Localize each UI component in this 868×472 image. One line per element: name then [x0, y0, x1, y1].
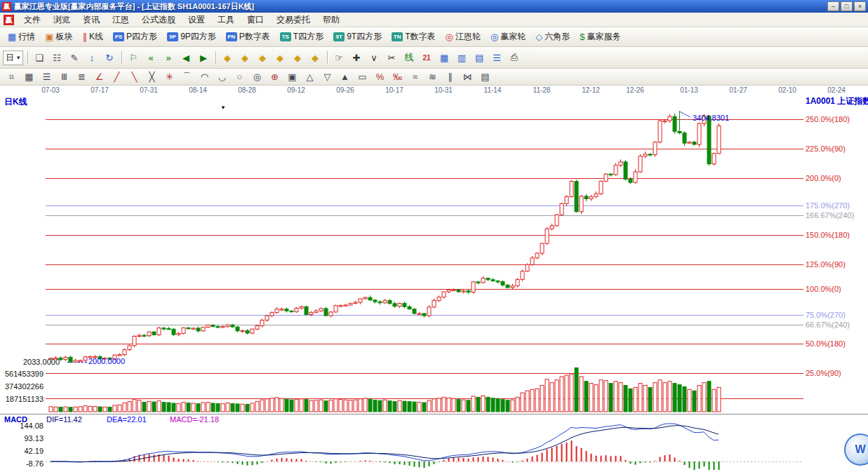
gann-fan-down-tool-button[interactable]: ╲ — [126, 70, 142, 84]
winner-service-label: 赢家服务 — [587, 31, 620, 43]
p-square-button[interactable]: PSP四方形 — [108, 29, 162, 45]
menu-tools[interactable]: 工具 — [211, 13, 241, 27]
horizontal-lines-tool-button[interactable]: ☰ — [39, 70, 55, 84]
triangle-tool-button[interactable]: △ — [302, 70, 318, 84]
vertical-lines-tool-button[interactable]: Ⅲ — [56, 70, 72, 84]
date-tick-10-17: 10-17 — [382, 86, 407, 94]
arc-tool-button[interactable]: ⌒ — [179, 70, 195, 84]
gann-diamond-6-button[interactable]: ◆ — [307, 50, 323, 65]
app-icon: 赢 — [2, 2, 11, 11]
tool-21-button[interactable]: 21 — [419, 50, 435, 65]
next-bar-button[interactable]: ▶ — [196, 50, 212, 65]
menu-gann[interactable]: 江恩 — [106, 13, 135, 27]
inverted-triangle-tool-button[interactable]: ▽ — [319, 70, 335, 84]
sectors-button[interactable]: ▣板块 — [40, 29, 77, 45]
gann-fan-up-tool-button[interactable]: ╱ — [109, 70, 125, 84]
rows-view-button[interactable]: ☰ — [489, 50, 505, 65]
page-view-button[interactable]: ▤ — [472, 50, 488, 65]
p-number-table-button[interactable]: PNP数字表 — [221, 29, 275, 45]
macd-axis-label-3: -8.76 — [1, 459, 44, 468]
winner-wheel-button[interactable]: ◎赢家轮 — [486, 29, 530, 45]
prev-bar-button[interactable]: ◀ — [178, 50, 194, 65]
winner-service-button[interactable]: $赢家服务 — [575, 29, 625, 45]
gann-wheel-button[interactable]: ◎江恩轮 — [441, 29, 486, 45]
panel-view-button[interactable]: ▥ — [454, 50, 470, 65]
hexagon-button[interactable]: ◇六角形 — [530, 29, 575, 45]
annotate-button[interactable]: ✎ — [67, 50, 83, 65]
last-page-button[interactable]: » — [161, 50, 177, 65]
date-tick-01-13: 01-13 — [676, 86, 702, 94]
hexagon-label: 六角形 — [545, 31, 570, 43]
macd-axis-label-0: 144.08 — [1, 422, 44, 430]
hexagon-icon: ◇ — [535, 32, 542, 42]
first-page-button[interactable]: « — [143, 50, 159, 65]
lower-arc-tool-button[interactable]: ◡ — [214, 70, 230, 84]
cross-lines-tool-button[interactable]: ╳ — [144, 70, 160, 84]
gann-grid-tool-button[interactable]: ⌗ — [4, 70, 20, 84]
rectangle-tool-button[interactable]: ▭ — [354, 70, 370, 84]
window-style-button[interactable]: ❏ — [32, 50, 48, 65]
9p-square-label: 9P四方形 — [180, 31, 216, 43]
gann-diamond-2-button[interactable]: ◆ — [237, 50, 253, 65]
crosshair-button[interactable]: ✚ — [349, 50, 365, 65]
menu-window[interactable]: 窗口 — [241, 13, 270, 27]
t-number-table-button[interactable]: TNT数字表 — [387, 29, 440, 45]
gann-diamond-3-button[interactable]: ◆ — [255, 50, 271, 65]
quotes-button[interactable]: ▦行情 — [3, 29, 40, 45]
maximize-button[interactable]: □ — [841, 1, 853, 11]
quotes-icon: ▦ — [8, 32, 16, 42]
menu-news[interactable]: 资讯 — [76, 13, 106, 27]
permille-tool-button[interactable]: ‰ — [389, 70, 406, 84]
cycle-tool-button[interactable]: ⊕ — [267, 70, 283, 84]
minimize-button[interactable]: – — [827, 1, 839, 11]
ruler-tool-button[interactable]: ▤ — [477, 70, 493, 84]
board-view-button[interactable]: ▦ — [436, 50, 453, 65]
menu-browse[interactable]: 浏览 — [47, 13, 76, 27]
channel-tool-button[interactable]: ∥ — [442, 70, 458, 84]
scissors-button[interactable]: ✂ — [384, 50, 400, 65]
gann-level-label-6: 125.0%(90) — [806, 260, 846, 269]
percent-tool-button[interactable]: % — [372, 70, 388, 84]
close-button[interactable]: × — [854, 1, 866, 11]
line-tool-button[interactable]: 线 — [401, 50, 418, 65]
gann-diamond-5-button[interactable]: ◆ — [290, 50, 306, 65]
date-tick-09-12: 09-12 — [283, 86, 309, 94]
macd-chart[interactable] — [0, 423, 868, 471]
t-square-button[interactable]: TST四方形 — [275, 29, 328, 45]
period-selector[interactable]: 日 ▾ — [3, 50, 23, 65]
menu-trade-order[interactable]: 交易委托 — [270, 13, 316, 27]
angle-tool-button[interactable]: ∠ — [91, 70, 107, 84]
menu-help[interactable]: 帮助 — [316, 13, 346, 27]
gann-box-tool-button[interactable]: ▦ — [21, 70, 37, 84]
wave-tool-button[interactable]: ≈ — [407, 70, 423, 84]
gann-diamond-1-button[interactable]: ◆ — [220, 50, 236, 65]
list-view-button[interactable]: ☷ — [49, 50, 65, 65]
9t-square-button[interactable]: 9T9T四方形 — [328, 29, 387, 45]
circle-tool-button[interactable]: ○ — [232, 70, 248, 84]
sort-updown-button[interactable]: ↕ — [84, 50, 100, 65]
pan-hand-button[interactable]: ☞ — [331, 50, 347, 65]
solid-triangle-tool-button[interactable]: ▲ — [337, 70, 353, 84]
9p-square-button[interactable]: 9P9P四方形 — [162, 29, 221, 45]
flag-marker-button[interactable]: ⚐ — [126, 50, 142, 65]
date-tick-08-28: 08-28 — [234, 86, 260, 94]
star-lines-tool-button[interactable]: ✳ — [161, 70, 178, 84]
concentric-circle-tool-button[interactable]: ◎ — [249, 70, 265, 84]
volume-axis-label-2: 187151133 — [1, 395, 44, 403]
octave-lines-tool-button[interactable]: ≣ — [74, 70, 90, 84]
menu-settings[interactable]: 设置 — [182, 13, 211, 27]
tools-toolbar: 日 ▾ ❏☷✎↕↻⚐«»◀▶◆◆◆◆◆◆☞✚∨✂线21▦▥▤☰⎙ — [0, 47, 868, 69]
sectors-icon: ▣ — [45, 32, 53, 42]
kline-button[interactable]: ∥K线 — [78, 29, 109, 45]
print-button[interactable]: ⎙ — [507, 50, 523, 65]
upper-arc-tool-button[interactable]: ◠ — [196, 70, 213, 84]
menu-file[interactable]: 文件 — [18, 13, 47, 27]
kline-chart[interactable] — [0, 95, 868, 414]
regression-tool-button[interactable]: ⋈ — [460, 70, 476, 84]
menu-formula-stock-picker[interactable]: 公式选股 — [135, 13, 182, 27]
refresh-button[interactable]: ↻ — [102, 50, 118, 65]
square-spiral-tool-button[interactable]: ▣ — [284, 70, 300, 84]
peak-valley-button[interactable]: ∨ — [366, 50, 382, 65]
gann-diamond-4-button[interactable]: ◆ — [272, 50, 288, 65]
zigzag-tool-button[interactable]: ≋ — [425, 70, 441, 84]
